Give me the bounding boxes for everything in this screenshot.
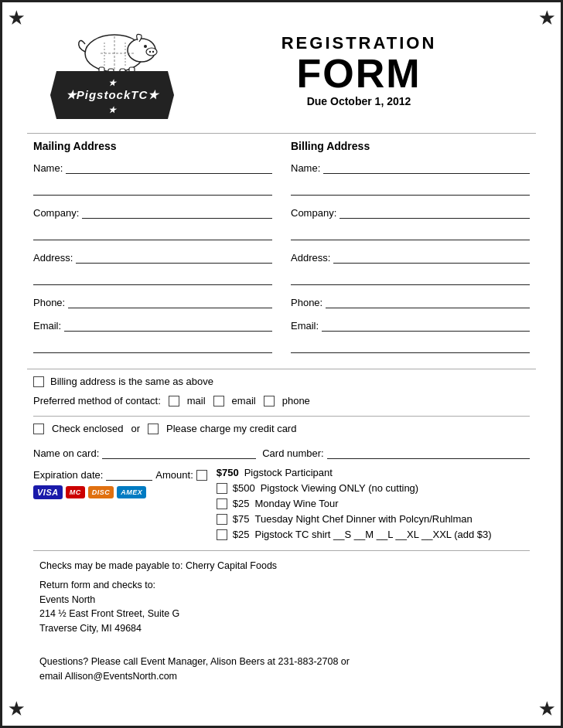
title-due: Due October 1, 2012 — [189, 95, 528, 107]
amount-option-1: $500 Pigstock Viewing ONLY (no cutting) — [217, 482, 530, 494]
billing-address-underline — [291, 271, 530, 285]
exp-cc-area: Expiration date: Amount: VISA MC DISC AM… — [33, 467, 217, 499]
billing-phone-input[interactable] — [326, 294, 530, 308]
billing-address-col: Billing Address Name: Company: Address: — [291, 140, 530, 362]
mailing-address-underline — [33, 271, 272, 285]
header: ★ ★PigstockTC★ ★ REGISTRATION FORM Due O… — [27, 21, 536, 119]
discover-logo: DISC — [88, 486, 114, 498]
pig-illustration — [62, 21, 162, 79]
contact-mail-checkbox[interactable] — [169, 396, 179, 407]
mailing-address-col: Mailing Address Name: Company: Address: — [33, 140, 272, 362]
amount-value-3: $75 — [233, 513, 250, 525]
amount-checkbox[interactable] — [196, 470, 207, 481]
billing-same-row: Billing address is the same as above — [33, 376, 530, 387]
mailing-phone-input[interactable] — [68, 294, 272, 308]
footer-section: Checks may be made payable to: Cherry Ca… — [33, 559, 530, 683]
billing-address-field: Address: — [291, 250, 530, 285]
billing-phone-label: Phone: — [291, 297, 322, 308]
mailing-address-label: Address: — [33, 252, 73, 264]
billing-address-input[interactable] — [333, 250, 530, 264]
mailing-company-underline — [33, 226, 272, 240]
amount-desc-3: Tuesday Night Chef Dinner with Polcyn/Ru… — [254, 513, 472, 525]
billing-company-field: Company: — [291, 205, 530, 240]
logo-star-left: ★ — [108, 78, 117, 87]
billing-company-underline — [291, 226, 530, 240]
logo-star-right: ★ — [108, 105, 117, 114]
billing-address-label: Address: — [291, 252, 330, 264]
contact-email-checkbox[interactable] — [213, 396, 224, 407]
exp-date-input[interactable] — [106, 467, 152, 481]
billing-company-label: Company: — [291, 207, 336, 219]
amount-checkbox-4[interactable] — [217, 529, 227, 540]
amount-value-1: $500 — [233, 482, 255, 494]
contact-phone-checkbox[interactable] — [264, 396, 275, 407]
name-on-card-input[interactable] — [102, 445, 256, 459]
amount-value-4: $25 — [233, 529, 250, 540]
page: ★ ★ ★ ★ — [0, 0, 563, 728]
billing-name-field: Name: — [291, 160, 530, 196]
card-number-field: Card number: — [262, 444, 530, 459]
billing-name-underline — [291, 182, 530, 196]
amount-options: $750 Pigstock Participant $500 Pigstock … — [217, 467, 530, 544]
return-info: Return form and checks to: Events North … — [39, 578, 524, 636]
amount-value-2: $25 — [233, 498, 250, 509]
questions-line: Questions? Please call Event Manager, Al… — [39, 655, 524, 684]
mailing-name-input[interactable] — [66, 160, 272, 174]
corner-star-bl: ★ — [9, 699, 24, 719]
questions-text: Questions? Please call Event Manager, Al… — [39, 656, 350, 667]
mailing-email-input[interactable] — [64, 318, 272, 332]
name-on-card-label: Name on card: — [33, 447, 99, 459]
mastercard-logo: MC — [66, 486, 85, 498]
svg-point-5 — [144, 45, 147, 48]
amount-checkbox-1[interactable] — [217, 483, 227, 494]
billing-phone-field: Phone: — [291, 294, 530, 308]
mailing-address-input[interactable] — [76, 250, 272, 264]
visa-logo: VISA — [33, 485, 63, 499]
card-fields-row: Name on card: Card number: — [33, 444, 530, 459]
or-label: or — [131, 423, 141, 434]
svg-point-3 — [149, 51, 151, 53]
return-line2: 214 ½ East Front Street, Suite G — [39, 608, 179, 619]
billing-name-input[interactable] — [323, 160, 530, 174]
amount-option-0: $750 Pigstock Participant — [217, 467, 530, 478]
name-on-card-field: Name on card: — [33, 444, 256, 459]
logo-banner: ★ ★PigstockTC★ ★ — [50, 71, 174, 119]
billing-same-checkbox[interactable] — [33, 376, 44, 387]
check-enclosed-checkbox[interactable] — [33, 424, 44, 434]
cc-logos: VISA MC DISC AMEX — [33, 485, 217, 499]
options-section: Billing address is the same as above Pre… — [27, 376, 536, 683]
amount-checkbox-2[interactable] — [217, 498, 227, 509]
billing-company-input[interactable] — [340, 205, 530, 219]
card-number-input[interactable] — [327, 445, 530, 459]
corner-star-br: ★ — [539, 699, 554, 719]
charge-cc-checkbox[interactable] — [148, 424, 159, 434]
billing-email-input[interactable] — [322, 318, 530, 332]
mailing-email-label: Email: — [33, 320, 61, 332]
mailing-name-field: Name: — [33, 160, 272, 196]
preferred-contact-label: Preferred method of contact: — [33, 395, 161, 407]
amount-desc-4: Pigstock TC shirt __S __M __L __XL __XXL… — [254, 529, 491, 540]
amount-checkbox-3[interactable] — [217, 514, 227, 525]
email-line: email Allison@EventsNorth.com — [39, 671, 177, 682]
amount-desc-2: Monday Wine Tour — [254, 498, 338, 509]
corner-star-tr: ★ — [539, 9, 554, 29]
title-form: FORM — [189, 53, 528, 94]
mailing-name-underline — [33, 182, 272, 196]
mailing-company-input[interactable] — [82, 205, 272, 219]
charge-cc-label: Please charge my credit card — [166, 423, 296, 434]
card-number-label: Card number: — [262, 447, 323, 459]
title-area: REGISTRATION FORM Due October 1, 2012 — [189, 33, 528, 107]
exp-date-label: Expiration date: — [33, 469, 103, 481]
amount-label: Amount: — [155, 469, 193, 481]
logo-area: ★ ★PigstockTC★ ★ — [35, 21, 189, 119]
exp-amount-row: Expiration date: Amount: VISA MC DISC AM… — [33, 467, 530, 544]
amount-option-2: $25 Monday Wine Tour — [217, 498, 530, 509]
amount-option-4: $25 Pigstock TC shirt __S __M __L __XL _… — [217, 529, 530, 540]
corner-star-tl: ★ — [9, 9, 24, 29]
billing-heading: Billing Address — [291, 140, 530, 152]
mailing-phone-label: Phone: — [33, 297, 65, 308]
return-label: Return form and checks to: — [39, 580, 155, 590]
mailing-company-field: Company: — [33, 205, 272, 240]
address-section: Mailing Address Name: Company: Address: — [27, 140, 536, 362]
contact-divider — [33, 416, 530, 417]
